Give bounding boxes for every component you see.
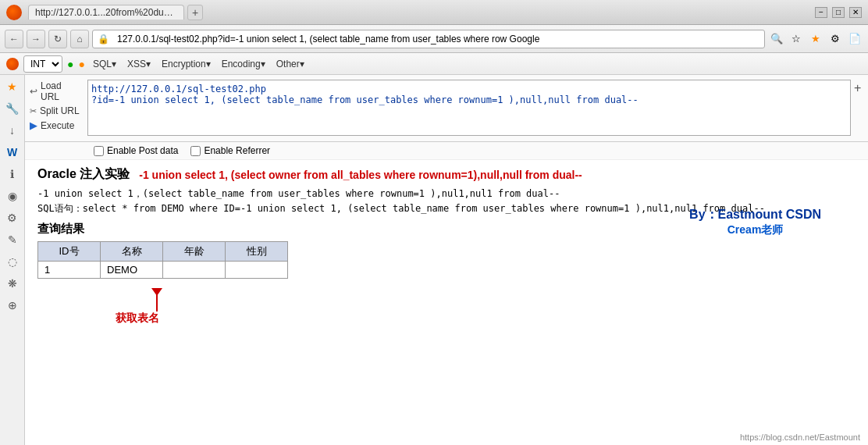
annotation-label: 获取表名	[116, 312, 159, 326]
sidebar-ring-icon[interactable]: ◌	[4, 253, 21, 270]
result-table: ID号 名称 年龄 性别 1DEMO	[37, 241, 288, 279]
url-textarea-wrap: http://127.0.0.1/sql-test02.php ?id=-1 u…	[87, 78, 854, 141]
branding-text: By：Eastmount CSDN Cream老师	[689, 207, 821, 237]
oracle-sql-highlight: -1 union select 1, (select owner from al…	[139, 169, 582, 181]
branding-line1: By：Eastmount CSDN	[689, 207, 821, 223]
table-header-row: ID号 名称 年龄 性别	[38, 242, 288, 262]
sidebar-circle-icon[interactable]: ◉	[4, 187, 21, 205]
sidebar-star-icon[interactable]: ★	[4, 78, 21, 95]
sql-menu[interactable]: SQL▾	[90, 59, 119, 69]
url-actions: ↩ Load URL ✂ Split URL ▶ Execute	[25, 78, 87, 141]
oracle-header: Oracle 注入实验 -1 union select 1, (select o…	[37, 166, 856, 183]
sidebar-plus-icon[interactable]: ⊕	[4, 297, 21, 314]
col-header-gender: 性别	[226, 242, 288, 262]
sidebar-tool-icon[interactable]: 🔧	[4, 100, 21, 117]
arrow-line	[156, 290, 158, 312]
window-controls: − □ ✕	[815, 7, 862, 18]
table-cell	[163, 262, 226, 279]
enable-referrer-label[interactable]: Enable Referrer	[190, 145, 270, 156]
forward-button[interactable]: →	[27, 30, 45, 48]
search-icon[interactable]: 🔍	[768, 30, 785, 48]
sidebar-edit-icon[interactable]: ✎	[4, 231, 21, 248]
url-expand-button[interactable]: +	[854, 78, 868, 141]
browser-tab[interactable]: http://127.0.0.1...20from%20dual--	[28, 5, 184, 20]
sql-line-1: -1 union select 1，(select table_name fro…	[37, 187, 856, 201]
encryption-menu[interactable]: Encryption▾	[158, 59, 214, 69]
bottom-url: https://blog.csdn.net/Eastmount	[740, 433, 860, 442]
minimize-button[interactable]: −	[815, 7, 827, 18]
col-header-id: ID号	[38, 242, 101, 262]
hakbar-toolbar: INT ● ● SQL▾ XSS▾ Encryption▾ Encoding▾ …	[0, 53, 868, 75]
xss-menu[interactable]: XSS▾	[124, 59, 154, 69]
close-button[interactable]: ✕	[849, 7, 862, 18]
refresh-button[interactable]: ↻	[48, 30, 67, 48]
injection-type-select[interactable]: INT	[23, 55, 62, 73]
status-green-dot: ●	[67, 58, 73, 70]
toolbar-icons: 🔍 ☆ ★ ⚙ 📄	[768, 30, 863, 48]
table-cell: 1	[38, 262, 101, 279]
tab-bar: http://127.0.0.1...20from%20dual-- +	[28, 5, 815, 20]
home-button[interactable]: ⌂	[70, 30, 89, 48]
hakbar-logo-icon	[6, 58, 19, 70]
table-cell: DEMO	[101, 262, 163, 279]
sidebar-info-icon[interactable]: ℹ	[4, 166, 21, 183]
address-input[interactable]	[112, 30, 760, 48]
page-icon[interactable]: 📄	[846, 30, 863, 48]
url-panel: ↩ Load URL ✂ Split URL ▶ Execute http://…	[25, 75, 868, 142]
back-button[interactable]: ←	[5, 30, 23, 48]
annotation-area: 获取表名	[37, 288, 856, 335]
other-menu[interactable]: Other▾	[273, 59, 308, 69]
title-bar: http://127.0.0.1...20from%20dual-- + − □…	[0, 0, 868, 25]
oracle-title: Oracle 注入实验	[37, 166, 130, 183]
main-layout: ★ 🔧 ↓ W ℹ ◉ ⚙ ✎ ◌ ❋ ⊕ ↩ Load URL ✂ Split…	[0, 75, 868, 445]
address-bar: ← → ↻ ⌂ 🔒 🔍 ☆ ★ ⚙ 📄	[0, 25, 868, 53]
star-icon[interactable]: ★	[807, 30, 824, 48]
status-orange-dot: ●	[78, 58, 84, 70]
content-area: ↩ Load URL ✂ Split URL ▶ Execute http://…	[25, 75, 868, 445]
execute-button[interactable]: ▶ Execute	[28, 119, 84, 132]
enable-post-label[interactable]: Enable Post data	[94, 145, 178, 156]
url-textarea[interactable]: http://127.0.0.1/sql-test02.php ?id=-1 u…	[87, 80, 851, 136]
sidebar-flower-icon[interactable]: ❋	[4, 275, 21, 292]
sidebar-download-icon[interactable]: ↓	[4, 122, 21, 139]
table-cell	[226, 262, 288, 279]
browser-logo-icon	[6, 5, 22, 20]
page-content: Oracle 注入实验 -1 union select 1, (select o…	[25, 160, 868, 445]
table-row: 1DEMO	[38, 262, 288, 279]
col-header-name: 名称	[101, 242, 163, 262]
bookmark-icon[interactable]: ☆	[788, 30, 805, 48]
restore-button[interactable]: □	[832, 7, 845, 18]
enable-referrer-checkbox[interactable]	[190, 146, 201, 156]
split-url-button[interactable]: ✂ Split URL	[28, 105, 84, 117]
checkbox-row: Enable Post data Enable Referrer	[25, 142, 868, 160]
settings-icon[interactable]: ⚙	[827, 30, 844, 48]
sidebar: ★ 🔧 ↓ W ℹ ◉ ⚙ ✎ ◌ ❋ ⊕	[0, 75, 25, 445]
new-tab-button[interactable]: +	[187, 5, 203, 20]
load-url-button[interactable]: ↩ Load URL	[28, 80, 84, 103]
enable-post-checkbox[interactable]	[94, 146, 104, 156]
branding-line2: Cream老师	[689, 223, 821, 237]
col-header-age: 年龄	[163, 242, 226, 262]
sidebar-w-icon[interactable]: W	[4, 144, 21, 161]
sidebar-gear-icon[interactable]: ⚙	[4, 209, 21, 226]
encoding-menu[interactable]: Encoding▾	[219, 59, 269, 69]
